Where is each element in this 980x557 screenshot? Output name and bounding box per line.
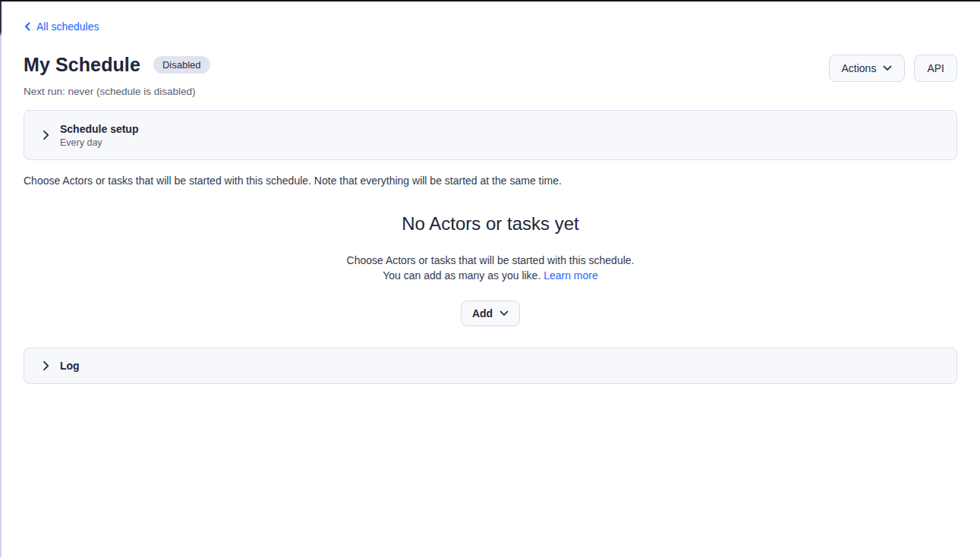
- chevron-right-icon: [43, 360, 49, 371]
- log-panel[interactable]: Log: [24, 348, 957, 384]
- learn-more-link[interactable]: Learn more: [544, 269, 598, 282]
- add-button[interactable]: Add: [461, 301, 520, 326]
- schedule-setup-panel[interactable]: Schedule setup Every day: [24, 110, 957, 160]
- empty-state-text: Choose Actors or tasks that will be star…: [24, 253, 957, 283]
- window-left-edge: [0, 2, 2, 557]
- schedule-description: Choose Actors or tasks that will be star…: [24, 175, 957, 187]
- schedule-setup-panel-text: Schedule setup Every day: [60, 122, 138, 148]
- chevron-right-icon: [43, 130, 49, 140]
- empty-state: No Actors or tasks yet Choose Actors or …: [24, 213, 957, 326]
- back-to-all-schedules-link[interactable]: All schedules: [24, 20, 99, 33]
- actions-button[interactable]: Actions: [829, 55, 906, 82]
- chevron-down-icon: [499, 310, 509, 316]
- page-header-left: My Schedule Disabled Next run: never (sc…: [24, 54, 210, 97]
- log-panel-title: Log: [60, 359, 80, 373]
- add-button-label: Add: [472, 307, 493, 319]
- next-run-text: Next run: never (schedule is disabled): [24, 86, 210, 97]
- page-title: My Schedule: [24, 54, 140, 76]
- app-window: All schedules My Schedule Disabled Next …: [0, 0, 980, 557]
- api-button[interactable]: API: [914, 55, 957, 82]
- back-link-label: All schedules: [36, 20, 99, 33]
- schedule-setup-title: Schedule setup: [60, 122, 138, 136]
- page-header-actions: Actions API: [829, 55, 958, 82]
- main-content: All schedules My Schedule Disabled Next …: [0, 2, 980, 384]
- api-button-label: API: [927, 62, 944, 74]
- empty-state-line1: Choose Actors or tasks that will be star…: [347, 254, 635, 266]
- status-badge: Disabled: [153, 56, 210, 74]
- page-header: My Schedule Disabled Next run: never (sc…: [24, 54, 957, 97]
- empty-state-title: No Actors or tasks yet: [24, 213, 957, 234]
- chevron-down-icon: [883, 65, 892, 71]
- breadcrumb: All schedules: [24, 2, 957, 34]
- actions-button-label: Actions: [842, 62, 877, 74]
- chevron-left-icon: [24, 22, 32, 31]
- empty-state-line2: You can add as many as you like.: [383, 269, 540, 282]
- schedule-setup-subtitle: Every day: [60, 137, 138, 148]
